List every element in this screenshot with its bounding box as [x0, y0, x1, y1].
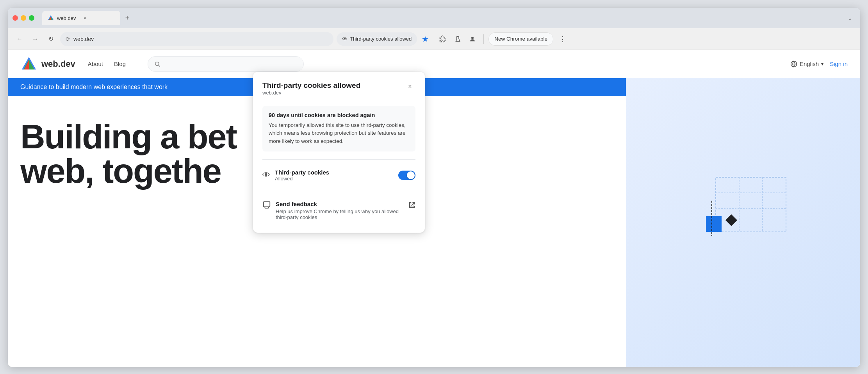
popup-divider-1: [262, 159, 415, 160]
back-button[interactable]: ←: [13, 33, 26, 45]
site-logo: web.dev: [20, 55, 75, 73]
tab-bar: web.dev × +: [42, 11, 840, 25]
feedback-text: Send feedback Help us improve Chrome by …: [276, 201, 408, 220]
nav-item-about[interactable]: About: [88, 61, 103, 67]
cookies-toggle-left: 👁 Third-party cookies Allowed: [262, 169, 329, 182]
site-content: web.dev About Blog: [8, 50, 860, 367]
external-link-icon[interactable]: [408, 201, 415, 210]
feedback-row: Send feedback Help us improve Chrome by …: [262, 198, 415, 223]
cookies-status-pill[interactable]: 👁 Third-party cookies allowed: [337, 32, 417, 46]
profile-button[interactable]: [466, 33, 479, 45]
svg-rect-16: [706, 216, 722, 232]
popup-url: web.dev: [262, 90, 360, 96]
new-chrome-label: New Chrome available: [494, 36, 547, 42]
popup-close-button[interactable]: ×: [405, 81, 415, 92]
address-text: web.dev: [73, 36, 94, 42]
site-header-right: English ▾ Sign in: [790, 61, 848, 68]
svg-marker-17: [725, 214, 737, 226]
svg-line-8: [159, 65, 160, 67]
tab-close-button[interactable]: ×: [81, 14, 88, 21]
close-traffic-light[interactable]: [12, 15, 18, 21]
site-nav: About Blog: [88, 61, 126, 67]
popup-warning-title: 90 days until cookies are blocked again: [269, 112, 409, 118]
language-button[interactable]: English ▾: [790, 61, 823, 68]
extensions-button[interactable]: [437, 33, 449, 45]
cookies-toggle[interactable]: [398, 171, 415, 180]
traffic-lights: [12, 15, 34, 21]
webdev-logo-icon: [20, 55, 37, 73]
bookmark-star-button[interactable]: ★: [420, 33, 430, 45]
cookies-pill-label: Third-party cookies allowed: [350, 36, 412, 42]
cookies-toggle-label: Third-party cookies: [275, 169, 329, 176]
svg-rect-11: [716, 177, 786, 232]
popup-title: Third-party cookies allowed: [262, 81, 360, 90]
svg-rect-19: [264, 202, 270, 207]
feedback-sub: Help us improve Chrome by telling us why…: [276, 208, 408, 220]
cookies-eye-icon: 👁: [342, 36, 348, 42]
address-bar[interactable]: ⟳ web.dev: [60, 32, 333, 46]
language-chevron-icon: ▾: [821, 61, 823, 67]
browser-window: web.dev × + ⌄ ← → ↻ ⟳ web.dev: [8, 8, 860, 367]
chrome-labs-button[interactable]: [451, 33, 464, 45]
reload-button[interactable]: ↻: [45, 33, 57, 45]
cookies-toggle-row: 👁 Third-party cookies Allowed: [262, 166, 415, 185]
new-tab-button[interactable]: +: [122, 12, 133, 23]
illustration-area: [626, 50, 860, 367]
tab-title: web.dev: [57, 15, 76, 21]
language-label: English: [800, 61, 819, 67]
site-logo-text: web.dev: [41, 59, 75, 69]
popup-warning-text: You temporarily allowed this site to use…: [269, 121, 409, 145]
more-options-button[interactable]: ⋮: [556, 33, 569, 45]
feedback-left: Send feedback Help us improve Chrome by …: [262, 201, 408, 220]
maximize-traffic-light[interactable]: [29, 15, 34, 21]
cookies-toggle-sub: Allowed: [275, 176, 329, 182]
cookies-eye-icon: 👁: [262, 171, 270, 180]
banner-text: Guidance to build modern web experiences…: [20, 84, 168, 90]
cookies-popup: Third-party cookies allowed web.dev × 90…: [253, 72, 425, 233]
sign-in-button[interactable]: Sign in: [830, 61, 848, 67]
title-bar: web.dev × + ⌄: [8, 8, 860, 28]
popup-header: Third-party cookies allowed web.dev ×: [262, 81, 415, 103]
popup-divider-2: [262, 191, 415, 191]
search-icon: [154, 61, 160, 67]
nav-separator: [483, 34, 484, 44]
new-chrome-available-button[interactable]: New Chrome available: [488, 32, 553, 46]
content-wrapper: web.dev About Blog: [8, 50, 860, 367]
title-bar-right: ⌄: [845, 12, 856, 23]
popup-warning-box: 90 days until cookies are blocked again …: [262, 106, 415, 151]
feedback-icon: [262, 201, 271, 211]
minimize-traffic-light[interactable]: [21, 15, 26, 21]
address-bar-icon: ⟳: [66, 36, 70, 42]
active-tab[interactable]: web.dev ×: [42, 11, 120, 25]
navigation-bar: ← → ↻ ⟳ web.dev 👁 Third-party cookies al…: [8, 28, 860, 50]
tab-strip-chevron[interactable]: ⌄: [845, 12, 856, 23]
tab-favicon: [48, 15, 54, 21]
cookies-toggle-text: Third-party cookies Allowed: [275, 169, 329, 182]
globe-icon: [790, 61, 797, 68]
site-header: web.dev About Blog: [8, 50, 860, 78]
svg-point-7: [155, 62, 159, 65]
hero-illustration: [684, 169, 802, 248]
svg-point-3: [471, 37, 474, 39]
nav-item-blog[interactable]: Blog: [114, 61, 126, 67]
feedback-label: Send feedback: [276, 201, 408, 207]
forward-button[interactable]: →: [29, 33, 41, 45]
